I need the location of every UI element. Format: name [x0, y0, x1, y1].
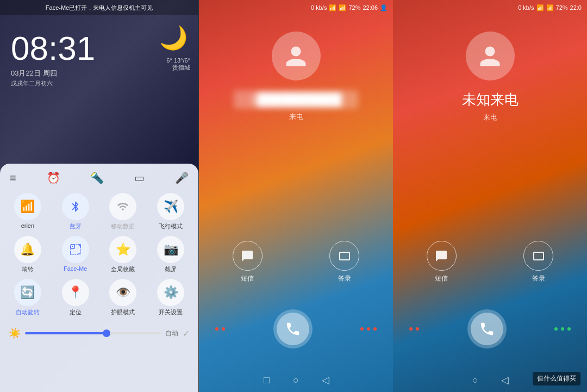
voicemail-icon-right[interactable] — [523, 241, 553, 271]
moon-icon: 🌙 — [159, 24, 188, 51]
brightness-track[interactable] — [25, 332, 161, 334]
qs-mobiledata-icon[interactable] — [109, 193, 136, 220]
dot-indicators-left-middle — [215, 327, 225, 331]
status-wifi-icon-middle: 📶 — [329, 4, 336, 11]
brightness-check-icon[interactable]: ✓ — [183, 328, 190, 339]
qs-screenshot-icon[interactable]: ⭐ — [109, 236, 136, 263]
brightness-row: ☀️ 自动 ✓ — [7, 323, 192, 344]
qs-airplane-icon[interactable]: ✈️ — [157, 193, 184, 220]
qs-ringtone-icon[interactable]: 🔔 — [14, 236, 41, 263]
caller-name-right: 未知来电 — [462, 90, 519, 109]
caller-section-right: 未知来电 来电 — [393, 15, 587, 122]
qs-mic-icon[interactable]: 🎤 — [175, 171, 189, 184]
qs-eyemode-icon[interactable]: 👁️ — [109, 279, 136, 306]
qs-airplane-label: 飞行模式 — [159, 222, 183, 231]
qs-wifi-icon[interactable]: 📶 — [14, 193, 41, 220]
status-battery-right: 72% — [556, 4, 568, 11]
qs-rotate-label: 自动旋转 — [16, 308, 40, 316]
qs-capture-label: 截屏 — [165, 265, 177, 273]
qs-grid: 📶 erien 蓝牙 移动数据 ✈️ 飞行模式 — [7, 193, 192, 316]
qs-faceme-icon[interactable] — [62, 236, 89, 263]
voicemail-label-middle: 答录 — [338, 274, 351, 283]
dot-1-right — [409, 327, 413, 331]
sms-icon-middle[interactable] — [233, 241, 263, 271]
status-signal-icon-right: 📶 — [546, 4, 554, 11]
watermark: 值什么值得买 — [533, 372, 580, 385]
status-user-middle: 👤 — [380, 4, 388, 11]
accept-button-right[interactable] — [467, 309, 507, 349]
qs-item-rotate[interactable]: 🔄 自动旋转 — [7, 279, 49, 316]
notification-bar: Face-Me已打开，来电人信息仅机主可见 — [0, 0, 198, 15]
qs-torch-icon[interactable]: 🔦 — [90, 171, 104, 184]
accept-button-middle[interactable] — [273, 309, 313, 349]
call-controls-right — [393, 309, 587, 349]
caller-number-middle: 1██████████ — [234, 90, 358, 109]
qs-item-screenshot[interactable]: ⭐ 全局收藏 — [102, 236, 145, 273]
qs-item-airplane[interactable]: ✈️ 飞行模式 — [149, 193, 192, 231]
qs-item-eyemode[interactable]: 👁️ 护眼模式 — [102, 279, 145, 316]
dot-5-right — [567, 327, 571, 331]
qs-item-bluetooth[interactable]: 蓝牙 — [54, 193, 97, 231]
status-signal-icon-middle: 📶 — [339, 4, 346, 11]
weather-location: 贵德城 — [166, 64, 190, 72]
dot-2-right — [416, 327, 419, 331]
time-colon: : — [48, 29, 58, 67]
nav-circle-right[interactable]: ○ — [469, 374, 482, 387]
voicemail-label-right: 答录 — [532, 274, 545, 283]
qs-eyemode-label: 护眼模式 — [111, 308, 135, 316]
qs-item-wifi[interactable]: 📶 erien — [7, 193, 49, 231]
weather-widget: 6° 13°/6° 贵德城 — [166, 57, 190, 72]
qs-location-label: 定位 — [70, 308, 82, 316]
status-bar-middle: 0 kb/s 📶 📶 72% 22:06 👤 — [199, 0, 393, 15]
qs-bluetooth-icon[interactable] — [62, 193, 89, 220]
avatar-right — [466, 32, 515, 80]
sms-icon-right[interactable] — [427, 241, 457, 271]
status-speed-right: 0 kb/s — [518, 4, 534, 11]
qs-item-settings[interactable]: ⚙️ 开关设置 — [149, 279, 192, 316]
qs-item-capture[interactable]: 📷 截屏 — [149, 236, 192, 273]
sms-label-middle: 短信 — [241, 274, 254, 283]
qs-item-ringtone[interactable]: 🔔 响铃 — [7, 236, 49, 273]
qs-faceme-label: Face-Me — [64, 265, 87, 272]
voicemail-icon-middle[interactable] — [329, 241, 359, 271]
brightness-icon: ☀️ — [9, 327, 21, 339]
action-btn-voicemail-right[interactable]: 答录 — [523, 241, 553, 283]
qs-top-row: ≡ ⏰ 🔦 ▭ 🎤 — [7, 171, 192, 184]
nav-circle-middle[interactable]: ○ — [290, 374, 303, 387]
qs-bluetooth-label: 蓝牙 — [70, 222, 82, 231]
time-hours: 08 — [11, 29, 48, 67]
action-buttons-right: 短信 答录 — [393, 241, 587, 283]
qs-timer-icon[interactable]: ▭ — [134, 171, 145, 184]
qs-settings-icon[interactable]: ⚙️ — [157, 279, 184, 306]
qs-menu-icon[interactable]: ≡ — [10, 172, 16, 184]
action-buttons-middle: 短信 答录 — [199, 241, 393, 283]
brightness-fill — [25, 332, 107, 334]
qs-item-faceme[interactable]: Face-Me — [54, 236, 97, 273]
dot-4-middle — [367, 327, 370, 331]
dot-5-middle — [373, 327, 377, 331]
action-btn-sms-middle[interactable]: 短信 — [233, 241, 263, 283]
nav-square-middle[interactable]: □ — [260, 374, 273, 387]
caller-section-middle: 1██████████ 来电 — [199, 15, 393, 122]
dot-3-middle — [360, 327, 364, 331]
avatar-middle — [272, 32, 321, 80]
brightness-thumb[interactable] — [103, 329, 110, 337]
status-bar-right: 0 kb/s 📶 📶 72% 22:0 — [393, 0, 587, 15]
status-battery-middle: 72% — [348, 4, 360, 11]
nav-back-right[interactable]: ◁ — [498, 374, 511, 387]
accept-button-inner-right[interactable] — [471, 313, 503, 345]
qs-location-icon[interactable]: 📍 — [62, 279, 89, 306]
accept-button-inner-middle[interactable] — [277, 313, 309, 345]
qs-capture-icon[interactable]: 📷 — [157, 236, 184, 263]
qs-item-mobiledata[interactable]: 移动数据 — [102, 193, 145, 231]
qs-clock-icon[interactable]: ⏰ — [47, 171, 60, 184]
qs-item-location[interactable]: 📍 定位 — [54, 279, 97, 316]
qs-ringtone-label: 响铃 — [22, 265, 34, 273]
action-btn-voicemail-middle[interactable]: 答录 — [329, 241, 359, 283]
nav-back-middle[interactable]: ◁ — [319, 374, 332, 387]
action-btn-sms-right[interactable]: 短信 — [427, 241, 457, 283]
qs-mobiledata-label: 移动数据 — [111, 222, 135, 231]
lunar-date: 戊戌年二月初六 — [11, 79, 188, 88]
qs-rotate-icon[interactable]: 🔄 — [14, 279, 41, 306]
dot-3-right — [554, 327, 558, 331]
